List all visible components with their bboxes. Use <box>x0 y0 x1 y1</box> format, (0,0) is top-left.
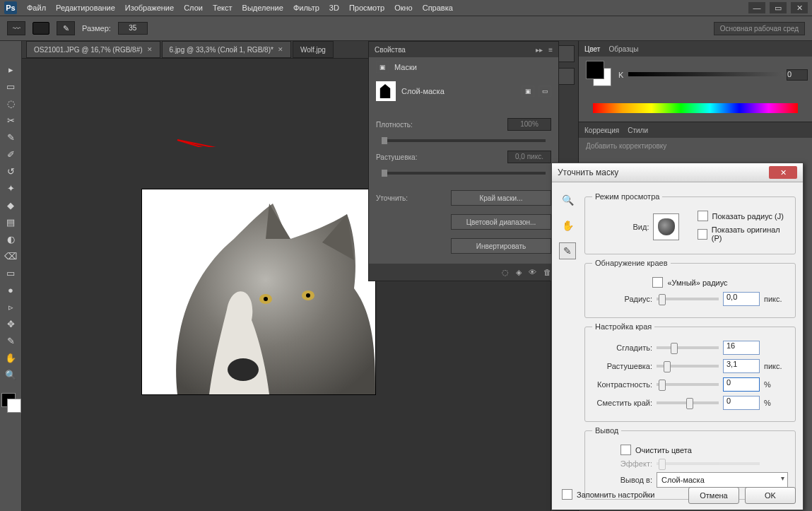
tab-doc-2[interactable]: 6.jpg @ 33,3% (Слой 1, RGB/8)*✕ <box>162 41 291 58</box>
pixel-mask-icon[interactable]: ▣ <box>522 86 534 97</box>
density-slider[interactable] <box>382 139 546 142</box>
smooth-slider[interactable] <box>657 346 719 349</box>
density-value[interactable]: 100% <box>507 118 551 131</box>
refine-label: Уточнить: <box>376 194 408 202</box>
move-tool[interactable]: ▸ <box>2 62 19 76</box>
close-icon[interactable]: ✕ <box>278 46 283 53</box>
menu-3d[interactable]: 3D <box>329 4 339 12</box>
k-slider[interactable] <box>628 72 784 76</box>
pen-tool[interactable]: ● <box>2 283 19 297</box>
feather-value[interactable]: 0,0 пикс. <box>507 151 551 163</box>
toggle-icon[interactable]: 👁 <box>529 268 536 276</box>
gradient-tool[interactable]: ◐ <box>2 232 19 246</box>
tab-adjustments[interactable]: Коррекция <box>584 127 619 134</box>
contrast-input[interactable]: 0 <box>723 377 760 392</box>
edge-detection-group: Обнаружение краев «Умный» радиус Радиус:… <box>584 259 796 318</box>
smooth-input[interactable]: 16 <box>723 341 760 355</box>
window-maximize-button[interactable]: ▭ <box>770 2 787 13</box>
fg-bg-swatch[interactable] <box>586 61 610 85</box>
menu-image[interactable]: Изображение <box>125 4 174 12</box>
marquee-tool[interactable]: ▭ <box>2 79 19 93</box>
show-original-checkbox[interactable] <box>698 229 707 240</box>
tab-swatches[interactable]: Образцы <box>608 45 638 53</box>
k-label: K <box>618 71 623 79</box>
blur-tool[interactable]: ⌫ <box>2 249 19 263</box>
hand-tool-icon[interactable]: ✋ <box>559 217 576 234</box>
spectrum[interactable] <box>593 103 798 113</box>
tab-doc-1[interactable]: OS21001.JPG @ 16,7% (RGB/8#)✕ <box>26 41 160 58</box>
shift-input[interactable]: 0 <box>723 396 760 410</box>
window-close-button[interactable]: ✕ <box>791 2 808 13</box>
feather-slider[interactable] <box>382 172 546 175</box>
window-minimize-button[interactable]: — <box>748 2 765 13</box>
tab-doc-3[interactable]: Wolf.jpg <box>293 41 334 58</box>
radius-slider[interactable] <box>657 298 719 300</box>
ok-button[interactable]: OK <box>745 487 796 504</box>
k-value[interactable]: 0 <box>787 69 808 81</box>
hand-tool[interactable]: ✋ <box>2 351 19 365</box>
stamp-tool[interactable]: ✦ <box>2 181 19 195</box>
brush-preview[interactable] <box>33 22 49 35</box>
mask-edge-button[interactable]: Край маски... <box>451 190 551 206</box>
dialog-close-button[interactable]: ✕ <box>769 166 797 179</box>
panel-menu-icon[interactable]: ≡ <box>548 46 553 54</box>
mask-type-icon[interactable]: ▣ <box>376 61 389 73</box>
eyedropper-tool[interactable]: ✎ <box>2 130 19 144</box>
workspace-label[interactable]: Основная рабочая сред <box>714 22 805 35</box>
menu-select[interactable]: Выделение <box>242 4 283 12</box>
zoom-tool[interactable]: 🔍 <box>2 368 19 382</box>
brush-tool[interactable]: ↺ <box>2 164 19 178</box>
decontaminate-checkbox[interactable] <box>620 445 631 455</box>
delete-icon[interactable]: 🗑 <box>543 268 551 276</box>
vector-mask-icon[interactable]: ▭ <box>539 86 551 97</box>
type-tool[interactable]: ▹ <box>2 300 19 314</box>
menu-edit[interactable]: Редактирование <box>56 4 115 12</box>
feather-input[interactable]: 3,1 <box>723 359 760 373</box>
brush-icon[interactable]: 〰 <box>7 21 25 35</box>
mask-thumbnail[interactable] <box>376 81 396 101</box>
invert-button[interactable]: Инвертировать <box>451 238 551 254</box>
color-panel: K 0 <box>579 57 812 122</box>
radius-input[interactable]: 0,0 <box>723 292 760 306</box>
history-brush-tool[interactable]: ◆ <box>2 198 19 212</box>
path-tool[interactable]: ✥ <box>2 317 19 331</box>
color-range-button[interactable]: Цветовой диапазон... <box>451 214 551 230</box>
load-selection-icon[interactable]: ◌ <box>502 268 509 277</box>
contrast-slider[interactable] <box>657 383 719 386</box>
heal-tool[interactable]: ✐ <box>2 147 19 161</box>
lasso-tool[interactable]: ◌ <box>2 96 19 110</box>
close-icon[interactable]: ✕ <box>147 46 153 53</box>
smart-radius-checkbox[interactable] <box>652 277 663 288</box>
menu-window[interactable]: Окно <box>394 4 413 12</box>
size-input[interactable]: 35 <box>118 22 148 35</box>
color-swatches[interactable] <box>1 393 20 411</box>
cancel-button[interactable]: Отмена <box>688 487 739 504</box>
canvas[interactable] <box>142 189 375 394</box>
menu-view[interactable]: Просмотр <box>349 4 384 12</box>
feather-slider[interactable] <box>657 365 719 368</box>
show-radius-checkbox[interactable] <box>698 211 708 221</box>
output-to-combo[interactable]: Слой-маска <box>657 472 788 488</box>
tab-styles[interactable]: Стили <box>628 127 648 134</box>
shift-slider[interactable] <box>657 401 719 404</box>
menu-filter[interactable]: Фильтр <box>293 4 319 12</box>
view-thumb[interactable] <box>653 213 678 240</box>
menu-text[interactable]: Текст <box>213 4 233 12</box>
menu-help[interactable]: Справка <box>423 4 453 12</box>
dodge-tool[interactable]: ▭ <box>2 266 19 280</box>
tab-color[interactable]: Цвет <box>584 45 600 53</box>
dialog-titlebar[interactable]: Уточнить маску ✕ <box>552 163 803 182</box>
crop-tool[interactable]: ✂ <box>2 113 19 127</box>
apply-icon[interactable]: ◈ <box>516 268 522 277</box>
zoom-tool-icon[interactable]: 🔍 <box>559 192 576 208</box>
remember-checkbox[interactable] <box>562 489 572 500</box>
refine-brush-icon[interactable]: ✎ <box>559 242 576 259</box>
shape-tool[interactable]: ✎ <box>2 334 19 348</box>
eraser-tool[interactable]: ▤ <box>2 215 19 229</box>
menu-layers[interactable]: Слои <box>184 4 203 12</box>
panel-dock-icon[interactable]: ▸▸ <box>536 46 543 54</box>
menu-file[interactable]: Файл <box>27 4 46 12</box>
brush-alt-icon[interactable]: ✎ <box>57 21 75 35</box>
masks-label: Маски <box>394 63 417 71</box>
mask-name: Слой-маска <box>401 87 445 95</box>
